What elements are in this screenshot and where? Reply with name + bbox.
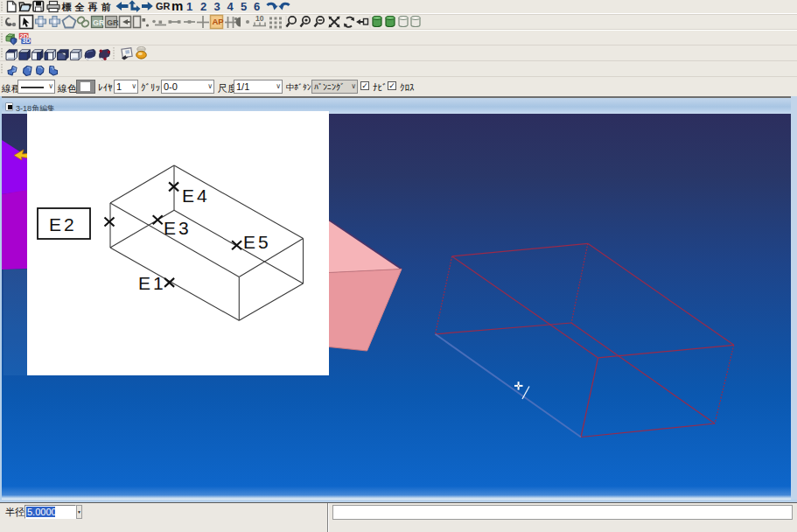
svg-text:6: 6 <box>254 0 260 13</box>
svg-text:再: 再 <box>88 2 98 12</box>
svg-text:AP: AP <box>213 17 225 26</box>
svg-text:m: m <box>171 0 183 13</box>
svg-text:全: 全 <box>74 2 86 12</box>
svg-text:GR: GR <box>156 1 171 11</box>
svg-text:E4: E4 <box>182 186 210 206</box>
svg-text:10: 10 <box>255 14 264 23</box>
svg-text:E1: E1 <box>138 273 166 293</box>
svg-text:5: 5 <box>241 0 247 13</box>
svg-text:4: 4 <box>227 0 234 13</box>
svg-text:3D: 3D <box>22 37 31 45</box>
svg-text:2: 2 <box>200 0 206 13</box>
svg-text:GR: GR <box>107 18 119 27</box>
svg-text:3: 3 <box>214 0 220 13</box>
svg-text:E2: E2 <box>49 214 77 234</box>
svg-text:標: 標 <box>61 2 73 12</box>
svg-text:E5: E5 <box>243 232 271 252</box>
svg-text:GR: GR <box>93 18 105 27</box>
svg-text:前: 前 <box>101 2 111 12</box>
svg-text:1: 1 <box>186 0 192 13</box>
svg-text:E3: E3 <box>164 218 192 238</box>
